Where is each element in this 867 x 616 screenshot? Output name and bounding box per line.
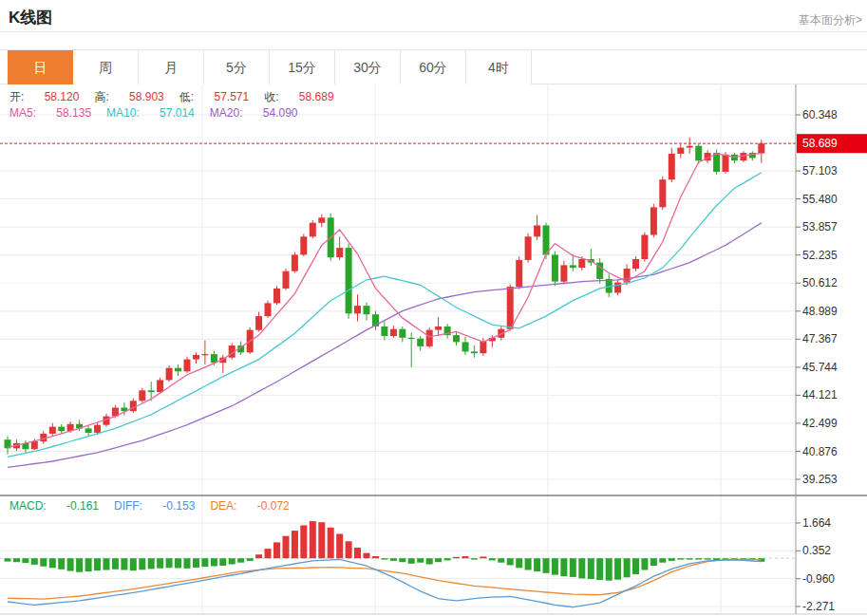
macd-bar [40,558,47,567]
macd-bar [166,558,173,568]
macd-bar [121,558,127,569]
axis-label: 42.499 [802,417,838,430]
macd-bar [354,548,361,558]
candle-body [669,154,675,179]
macd-bar [300,526,307,559]
last-price-tag: 58.689 [797,134,867,153]
ma20-line [8,223,762,468]
macd-bar [112,558,119,569]
axis-label: 48.989 [802,305,838,318]
candle-body [399,329,405,338]
candle-body [49,427,56,434]
macd-bar [650,558,657,566]
candle-body [659,179,666,207]
candle-body [713,153,720,172]
macd-bar [346,541,352,558]
macd-bar [462,556,469,558]
candle-body [758,143,764,153]
macd-bar [310,521,316,558]
candle-body [723,155,729,172]
tab-60分[interactable]: 60分 [401,50,466,84]
tab-30分[interactable]: 30分 [335,50,401,84]
macd-bar [534,558,540,571]
tab-15分[interactable]: 15分 [270,50,335,84]
macd-bar [58,558,65,569]
macd-bar [552,558,558,574]
axis-label: -0.960 [802,572,835,586]
candle-body [265,303,272,316]
candle-body [687,146,693,148]
candle-body [525,236,532,260]
macd-bar [498,558,504,563]
macd-bar [372,556,379,558]
macd-bar [480,556,486,558]
macd-bar [453,557,460,558]
tab-日[interactable]: 日 [8,50,73,84]
macd-bar [13,558,20,562]
tab-5分[interactable]: 5分 [204,50,270,84]
candle-body [273,289,280,304]
tab-周[interactable]: 周 [73,50,139,84]
candle-body [58,427,65,432]
macd-bar [444,558,451,560]
axis-label: 0.352 [802,544,831,557]
macd-bar [31,558,38,565]
macd-bar [426,558,433,564]
macd-bar [336,534,343,559]
page-title: K线图 [9,7,52,28]
macd-bar [265,549,272,558]
candle-body [408,338,415,339]
candle-body [85,428,92,433]
candle-body [560,265,567,281]
candle-body [417,339,424,346]
candle-body [426,330,433,346]
macd-bar [5,558,11,561]
kline-chart[interactable]: 60.34857.10355.48053.85752.23550.61248.9… [0,84,867,616]
candle-body [632,259,639,269]
candle-body [148,390,155,392]
candle-body [346,248,352,313]
macd-bar [76,558,83,572]
candle-body [695,146,702,161]
candle-body [552,254,558,281]
macd-bar [201,558,208,567]
ma5-line [8,153,762,447]
macd-bar [49,558,56,568]
candle-body [175,368,181,372]
macd-bar [85,558,92,571]
candle-body [283,271,290,289]
candle-body [292,254,298,271]
candles [5,138,765,455]
macd-bar [157,558,163,569]
macd-bar [229,558,236,564]
candle-body [211,354,217,363]
candle-body [184,360,191,372]
macd-bar [104,558,110,569]
candle-body [650,207,657,234]
tab-4时[interactable]: 4时 [466,50,532,84]
axis-label: 60.348 [802,108,838,121]
axis-label: 1.664 [802,516,831,530]
macd-bar [273,542,280,558]
tab-月[interactable]: 月 [139,50,204,84]
macd-bar [381,558,387,559]
macd-bar [677,558,684,559]
macd-bar [390,558,397,561]
macd-bar [516,558,522,568]
axis-label: 45.744 [802,361,838,374]
macd-bar [507,558,514,565]
candle-body [193,355,199,360]
candle-body [516,260,522,287]
macd-bar [525,558,532,569]
candle-body [534,226,540,237]
candle-body [364,306,370,314]
macd-bar [632,558,639,574]
candle-body [471,351,478,353]
fundamental-analysis-link[interactable]: 基本面分析> [799,12,862,28]
macd-bar [624,558,631,577]
macd-bar [139,558,145,569]
macd-bar [669,558,675,561]
axis-label: 52.235 [802,249,838,262]
candle-body [354,306,361,313]
macd-bar [687,558,693,559]
